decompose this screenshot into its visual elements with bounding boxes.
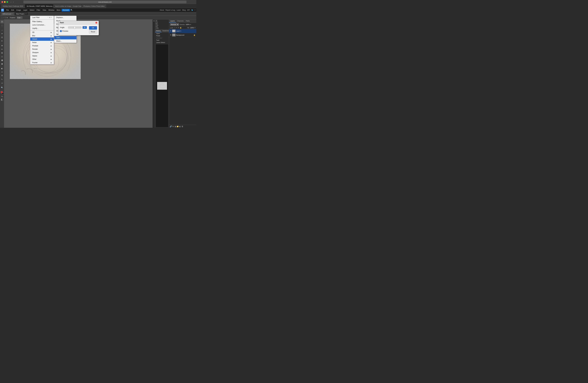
tool-path-select[interactable]: ↖: [0, 78, 4, 81]
filter-pixelate[interactable]: Pixelate ▶: [30, 44, 54, 47]
distort-displace[interactable]: Displace...: [54, 16, 76, 19]
minimize-button[interactable]: [4, 1, 6, 3]
maximize-button[interactable]: [6, 1, 8, 3]
swap-colors-icon[interactable]: ⇆: [1, 95, 3, 98]
angle-value[interactable]: 90: [83, 26, 87, 29]
nav-api[interactable]: API: [187, 9, 190, 11]
tool-lasso[interactable]: ⌓: [0, 28, 4, 32]
filter-3d[interactable]: 3D ▶: [30, 31, 54, 34]
filter-blur[interactable]: Blur ▶: [30, 34, 54, 37]
close-button[interactable]: [1, 1, 3, 3]
distort-wave[interactable]: Wave...: [54, 39, 76, 43]
tool-blur[interactable]: ◉: [0, 62, 4, 65]
filter-menu[interactable]: Last Filter ⌃ ⌘ F Filter Gallery... Lens…: [30, 16, 54, 64]
nav-report[interactable]: Report a bug: [166, 9, 175, 11]
filter-liquify[interactable]: Liquify...: [30, 27, 54, 30]
filter-stylize[interactable]: Stylize ▶: [30, 54, 54, 58]
options-icon-2[interactable]: ○: [3, 17, 4, 19]
filter-lens-correction[interactable]: Lens Correction...: [30, 23, 54, 27]
layer-item-background[interactable]: 👁 Background 🔒: [169, 33, 196, 37]
default-colors-icon[interactable]: ◧: [1, 98, 3, 101]
tool-eyedropper[interactable]: ✒: [0, 39, 4, 42]
doc-tab-1[interactable]: New Project. ✕: [15, 12, 28, 15]
slider-thumb[interactable]: [74, 26, 75, 29]
tab-layers[interactable]: Layers: [169, 20, 176, 22]
options-icon-1[interactable]: ⬚: [1, 17, 2, 19]
menu-view[interactable]: View: [41, 9, 47, 11]
filter-sharpen[interactable]: Sharpen ▶: [30, 51, 54, 54]
search-icon[interactable]: 🔍: [70, 9, 73, 11]
menu-more[interactable]: More: [56, 9, 62, 11]
close-tab-0[interactable]: ✕: [12, 13, 13, 15]
close-tab-1[interactable]: ✕: [25, 13, 26, 15]
layers-fx-icon[interactable]: fx: [172, 125, 174, 127]
layer1-visibility-icon[interactable]: 👁: [170, 30, 172, 32]
browser-tab-0[interactable]: Holiday Hack Challenge 2020: [1, 4, 25, 8]
background-visibility-icon[interactable]: 👁: [170, 34, 172, 36]
layers-link-icon[interactable]: 🔗: [170, 125, 172, 127]
doc-tab-0[interactable]: billboard.psd ✕: [1, 12, 14, 15]
menu-layer[interactable]: Layer: [22, 9, 28, 11]
tool-clone[interactable]: ⊞: [0, 51, 4, 55]
tool-eraser[interactable]: ◻: [0, 55, 4, 58]
reset-button[interactable]: Reset: [89, 30, 97, 34]
filter-render[interactable]: Render ▶: [30, 47, 54, 51]
dialog-close-button[interactable]: ✕: [95, 22, 97, 24]
fill-value[interactable]: 100%: [190, 27, 194, 29]
filter-gallery[interactable]: Filter Gallery...: [30, 20, 54, 23]
browser-tab-1[interactable]: Ed Skoudis, START HERE: Welcome and Tips…: [25, 4, 53, 8]
tool-zoom[interactable]: 🔍: [0, 86, 4, 89]
facebook-icon[interactable]: f: [195, 9, 195, 11]
layer-item-layer1[interactable]: 👁 Layer 1: [169, 29, 196, 33]
history-open[interactable]: Open: [155, 32, 169, 35]
tool-move[interactable]: ✛: [0, 20, 4, 23]
tool-text[interactable]: T: [0, 74, 4, 77]
browser-tab-3[interactable]: Photopea | Online Photo Editor: [82, 4, 106, 8]
forward-button[interactable]: ›: [13, 0, 14, 3]
nav-about[interactable]: About: [160, 9, 164, 11]
feather-input[interactable]: [17, 17, 22, 19]
collapse-panel-btn[interactable]: ◀: [153, 20, 154, 21]
background-name[interactable]: Background: [176, 34, 193, 36]
layers-adjust-icon[interactable]: ◐: [179, 125, 181, 127]
tab-history[interactable]: History: [155, 29, 162, 32]
filter-last-filter[interactable]: Last Filter ⌃ ⌘ F: [30, 16, 54, 19]
tool-shape[interactable]: ▭: [0, 81, 4, 85]
lock-paint-icon[interactable]: ✏: [176, 27, 177, 29]
tool-pen[interactable]: ✑: [0, 70, 4, 74]
tool-heal[interactable]: ⊕: [0, 44, 4, 47]
menu-window[interactable]: Window: [47, 9, 56, 11]
lock-transparent-icon[interactable]: ⬡: [174, 27, 175, 29]
layers-group-icon[interactable]: 📁: [176, 125, 179, 127]
filter-distort[interactable]: Distort ▶: [30, 37, 54, 41]
history-lasso-select[interactable]: Lasso Select: [155, 41, 169, 43]
menu-file[interactable]: File: [5, 9, 10, 11]
tool-crop[interactable]: ⊡: [0, 36, 4, 39]
tool-dodge[interactable]: ◐: [0, 67, 4, 70]
distort-twirl[interactable]: Twirl...: [54, 36, 76, 39]
blend-mode-select[interactable]: Normal Multiply Screen: [170, 23, 179, 26]
layer1-name[interactable]: Layer 1: [176, 30, 195, 32]
history-twirl[interactable]: Twirl: [155, 39, 169, 41]
preview-checkbox[interactable]: ✓: [60, 30, 62, 32]
nav-learn[interactable]: Learn: [177, 9, 181, 11]
opacity-value[interactable]: 100%: [186, 24, 189, 25]
tab-swatches[interactable]: Swatches: [162, 29, 170, 32]
address-bar[interactable]: www.photopea.com: [23, 0, 187, 3]
tool-marquee[interactable]: ⬚: [0, 24, 4, 27]
options-icon-4[interactable]: ◈: [7, 17, 8, 19]
tab-paths[interactable]: Paths: [185, 20, 191, 22]
menu-edit[interactable]: Edit: [10, 9, 15, 11]
menu-account[interactable]: Account: [62, 9, 70, 11]
canvas-area[interactable]: [4, 20, 152, 128]
fill-arrow[interactable]: ▾: [195, 27, 195, 29]
filter-fourier[interactable]: Fourier ▶: [30, 61, 54, 64]
history-deselect[interactable]: Deselect: [155, 37, 169, 39]
ok-button[interactable]: OK: [89, 26, 97, 30]
menu-filter[interactable]: Filter: [36, 9, 42, 11]
tool-brush[interactable]: ✏: [0, 47, 4, 51]
browser-tab-2[interactable]: how to unblur an image – Google Search: [53, 4, 82, 8]
history-paste[interactable]: Paste: [155, 35, 169, 37]
back-button[interactable]: ‹: [10, 0, 12, 3]
tab-channels[interactable]: Channels: [176, 20, 185, 22]
